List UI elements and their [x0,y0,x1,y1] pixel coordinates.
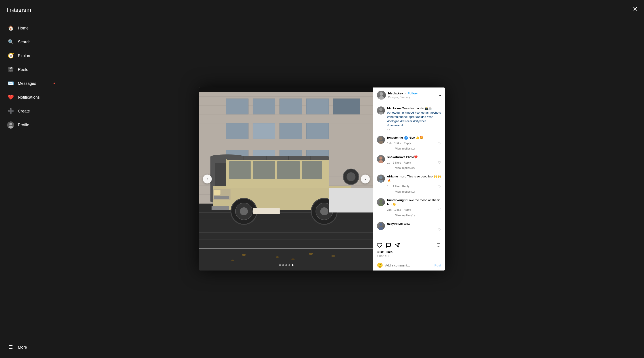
action-icons-row [377,241,441,250]
comment-4-like-icon[interactable]: ♡ [438,208,441,212]
follow-button[interactable]: Follow [408,92,418,95]
bookmark-button[interactable] [436,242,441,248]
dot-1[interactable] [279,264,281,266]
comment-4-reply-button[interactable]: Reply [404,208,411,211]
replies-line-2 [387,168,394,168]
sidebar-item-explore[interactable]: 🧭 Explore [4,50,59,62]
dot-2[interactable] [282,264,284,266]
svg-point-69 [320,207,328,216]
dot-3[interactable] [286,264,287,266]
comment-4-view-replies[interactable]: View replies (1) [387,214,441,217]
dot-5[interactable] [292,264,294,266]
caption-text-content: Tuesday moods 📸☕ [402,107,432,110]
svg-point-79 [379,156,382,160]
comment-3-view-replies[interactable]: View replies (1) [387,190,441,193]
comments-panel: blvckxkev · Follow Cologne, Germany ··· … [373,88,445,270]
post-header: blvckxkev · Follow Cologne, Germany ··· [373,88,445,103]
comment-2-text: snokoforova Photo❤️ [387,155,441,159]
sidebar-item-reels[interactable]: 🎬 Reels [4,64,59,76]
svg-rect-55 [277,161,300,179]
comment-3-content: uiriamu_noru This is so good bro 🙌🙌🔥 1d … [387,174,441,194]
dot-4[interactable] [288,264,290,266]
comment-input[interactable] [385,264,432,267]
prev-image-button[interactable]: ‹ [203,174,212,184]
svg-point-41 [276,256,279,258]
post-author-info: blvckxkev · Follow Cologne, Germany [388,91,435,99]
comment-5: uzeyirstyle Wow ♡ [377,222,441,232]
post-location: Cologne, Germany [388,96,435,99]
sidebar-item-create[interactable]: ➕ Create [4,105,59,118]
comment-2-avatar[interactable] [377,155,385,163]
svg-rect-23 [280,123,302,139]
svg-rect-31 [199,204,373,270]
close-modal-button[interactable]: ✕ [630,4,640,14]
comment-2-like-icon[interactable]: ♡ [438,160,441,165]
comment-1-meta: 17h 1 like Reply ♡ [387,141,441,145]
post-comment-button[interactable]: Post [434,264,441,267]
sidebar-more-label: More [18,345,27,350]
caption-username[interactable]: blvckxkev [387,107,402,110]
like-button[interactable] [377,242,382,248]
comment-2-likes: 2 likes [393,161,401,164]
comment-3-reply-button[interactable]: Reply [402,185,410,188]
replies-line-4 [387,215,394,216]
comment-4-avatar[interactable] [377,198,385,206]
sidebar-item-search[interactable]: 🔍 Search [4,36,59,48]
post-author-avatar[interactable] [377,90,386,100]
add-comment-bar: 🙂 Post [373,260,445,270]
svg-point-42 [309,253,313,255]
comment-1-view-replies[interactable]: View replies (1) [387,147,441,150]
header-separator: · [405,92,406,95]
comment-1-username[interactable]: jonasteinig [387,136,403,139]
comment-5-username[interactable]: uzeyirstyle [387,222,403,226]
comment-1-reply-button[interactable]: Reply [404,142,411,145]
svg-rect-70 [329,188,373,212]
comment-3-avatar[interactable] [377,174,385,182]
comment-1-content: jonasteinig ✓ Nice 👍🤩 17h 1 like Reply ♡… [387,136,441,151]
comment-4-username[interactable]: huntervought [387,198,406,202]
next-image-button[interactable]: › [361,174,370,184]
svg-point-77 [379,137,382,140]
sidebar-item-messages[interactable]: ✉️ Messages [4,77,59,90]
comment-1-time: 17h [387,142,392,145]
comment-2-content: snokoforova Photo❤️ 1d 2 likes Reply ♡ V… [387,155,441,170]
svg-point-44 [331,255,335,257]
sidebar-item-notifications[interactable]: ❤️ Notifications [4,91,59,104]
comment-2-content-text: Photo❤️ [406,155,418,159]
caption-meta: 1d [387,128,441,132]
emoji-button[interactable]: 🙂 [377,262,383,268]
reels-icon: 🎬 [7,66,14,73]
sidebar-item-profile[interactable]: Profile [4,119,59,131]
search-icon: 🔍 [7,38,14,46]
notifications-icon: ❤️ [7,94,14,101]
caption-content: blvckxkev Tuesday moods 📸☕ #photodump #m… [387,106,441,132]
comment-button[interactable] [386,242,391,248]
comment-5-avatar[interactable] [377,222,385,230]
comment-1-avatar[interactable] [377,136,385,144]
svg-rect-56 [302,161,322,179]
comment-2-view-replies[interactable]: View replies (2) [387,166,441,170]
sidebar-item-home[interactable]: 🏠 Home [4,22,59,34]
comment-3-username[interactable]: uiriamu_noru [387,175,406,178]
sidebar-more-button[interactable]: ☰ More [4,341,59,354]
svg-point-1 [8,126,13,128]
comment-2-username[interactable]: snokoforova [387,155,405,159]
post-author-name[interactable]: blvckxkev [388,92,403,95]
sidebar-item-create-label: Create [18,109,30,114]
comment-2-reply-button[interactable]: Reply [404,161,411,164]
comment-5-like-icon[interactable]: ♡ [438,227,441,232]
svg-point-75 [379,108,382,111]
share-button[interactable] [395,242,400,248]
svg-point-84 [378,203,383,206]
profile-avatar [7,122,14,128]
sidebar-item-messages-label: Messages [18,81,36,86]
comment-1-like-icon[interactable]: ♡ [438,141,441,145]
svg-point-83 [379,200,382,203]
caption-author-avatar[interactable] [377,106,385,114]
svg-rect-18 [280,99,302,114]
more-icon: ☰ [7,344,14,351]
comment-3-like-icon[interactable]: ♡ [438,184,441,188]
post-more-button[interactable]: ··· [437,92,441,98]
sidebar-item-notifications-label: Notifications [18,95,40,100]
comment-4-text: huntervought Love the mood an the fit br… [387,198,441,207]
